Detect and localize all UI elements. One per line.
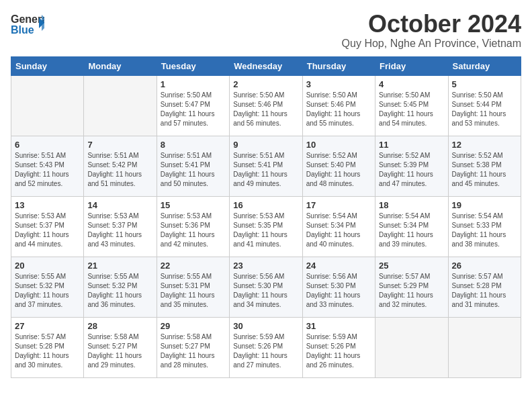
month-title: October 2024 xyxy=(342,11,521,38)
day-number: 9 xyxy=(233,140,298,150)
calendar-cell: 9Sunrise: 5:51 AMSunset: 5:41 PMDaylight… xyxy=(230,136,302,196)
svg-text:Blue: Blue xyxy=(11,24,34,36)
logo-icon: General Blue xyxy=(11,11,44,38)
day-info: Sunrise: 5:51 AMSunset: 5:41 PMDaylight:… xyxy=(161,151,226,189)
day-number: 29 xyxy=(161,321,226,331)
title-area: October 2024 Quy Hop, Nghe An Province, … xyxy=(342,11,521,50)
day-number: 19 xyxy=(452,200,517,210)
day-number: 13 xyxy=(15,200,80,210)
day-info: Sunrise: 5:55 AMSunset: 5:32 PMDaylight:… xyxy=(15,272,80,310)
calendar-cell: 8Sunrise: 5:51 AMSunset: 5:41 PMDaylight… xyxy=(157,136,229,196)
calendar-cell: 15Sunrise: 5:53 AMSunset: 5:36 PMDayligh… xyxy=(157,196,229,257)
svg-marker-3 xyxy=(42,15,44,31)
day-number: 11 xyxy=(379,140,444,150)
calendar-cell: 4Sunrise: 5:50 AMSunset: 5:45 PMDaylight… xyxy=(375,75,448,136)
day-info: Sunrise: 5:51 AMSunset: 5:43 PMDaylight:… xyxy=(15,151,80,189)
day-info: Sunrise: 5:53 AMSunset: 5:35 PMDaylight:… xyxy=(233,212,298,249)
calendar-cell: 10Sunrise: 5:52 AMSunset: 5:40 PMDayligh… xyxy=(302,136,375,196)
day-info: Sunrise: 5:59 AMSunset: 5:26 PMDaylight:… xyxy=(306,332,371,370)
day-info: Sunrise: 5:51 AMSunset: 5:42 PMDaylight:… xyxy=(87,151,152,189)
day-number: 4 xyxy=(379,79,444,89)
calendar-cell: 25Sunrise: 5:57 AMSunset: 5:29 PMDayligh… xyxy=(375,257,448,317)
day-number: 3 xyxy=(306,79,371,89)
day-info: Sunrise: 5:50 AMSunset: 5:46 PMDaylight:… xyxy=(233,91,298,128)
day-number: 25 xyxy=(379,261,444,271)
day-number: 10 xyxy=(306,140,371,150)
calendar-cell: 24Sunrise: 5:56 AMSunset: 5:30 PMDayligh… xyxy=(302,257,375,317)
day-info: Sunrise: 5:51 AMSunset: 5:41 PMDaylight:… xyxy=(233,151,298,189)
weekday-header-wednesday: Wednesday xyxy=(230,56,302,75)
calendar-cell: 31Sunrise: 5:59 AMSunset: 5:26 PMDayligh… xyxy=(302,317,375,377)
calendar-cell: 13Sunrise: 5:53 AMSunset: 5:37 PMDayligh… xyxy=(11,196,84,257)
day-info: Sunrise: 5:53 AMSunset: 5:37 PMDaylight:… xyxy=(87,212,152,249)
day-info: Sunrise: 5:53 AMSunset: 5:37 PMDaylight:… xyxy=(15,212,80,249)
weekday-header-saturday: Saturday xyxy=(448,56,521,75)
calendar-cell: 18Sunrise: 5:54 AMSunset: 5:34 PMDayligh… xyxy=(375,196,448,257)
day-number: 21 xyxy=(87,261,152,271)
calendar-cell: 7Sunrise: 5:51 AMSunset: 5:42 PMDaylight… xyxy=(84,136,157,196)
day-info: Sunrise: 5:56 AMSunset: 5:30 PMDaylight:… xyxy=(233,272,298,310)
calendar-cell: 22Sunrise: 5:55 AMSunset: 5:31 PMDayligh… xyxy=(157,257,229,317)
day-number: 24 xyxy=(306,261,371,271)
day-number: 14 xyxy=(87,200,152,210)
day-number: 15 xyxy=(161,200,226,210)
calendar-cell: 26Sunrise: 5:57 AMSunset: 5:28 PMDayligh… xyxy=(448,257,521,317)
day-number: 30 xyxy=(233,321,298,331)
day-info: Sunrise: 5:55 AMSunset: 5:32 PMDaylight:… xyxy=(87,272,152,310)
day-info: Sunrise: 5:58 AMSunset: 5:27 PMDaylight:… xyxy=(87,332,152,370)
day-info: Sunrise: 5:57 AMSunset: 5:28 PMDaylight:… xyxy=(15,332,80,370)
calendar-cell: 14Sunrise: 5:53 AMSunset: 5:37 PMDayligh… xyxy=(84,196,157,257)
calendar-cell: 21Sunrise: 5:55 AMSunset: 5:32 PMDayligh… xyxy=(84,257,157,317)
day-number: 12 xyxy=(452,140,517,150)
calendar-cell: 16Sunrise: 5:53 AMSunset: 5:35 PMDayligh… xyxy=(230,196,302,257)
calendar-cell: 11Sunrise: 5:52 AMSunset: 5:39 PMDayligh… xyxy=(375,136,448,196)
day-number: 28 xyxy=(87,321,152,331)
day-number: 20 xyxy=(15,261,80,271)
calendar-cell: 2Sunrise: 5:50 AMSunset: 5:46 PMDaylight… xyxy=(230,75,302,136)
day-info: Sunrise: 5:58 AMSunset: 5:27 PMDaylight:… xyxy=(161,332,226,370)
day-info: Sunrise: 5:50 AMSunset: 5:45 PMDaylight:… xyxy=(379,91,444,128)
weekday-header-tuesday: Tuesday xyxy=(157,56,229,75)
day-info: Sunrise: 5:59 AMSunset: 5:26 PMDaylight:… xyxy=(233,332,298,370)
calendar-cell: 20Sunrise: 5:55 AMSunset: 5:32 PMDayligh… xyxy=(11,257,84,317)
calendar-cell: 17Sunrise: 5:54 AMSunset: 5:34 PMDayligh… xyxy=(302,196,375,257)
page-header: General Blue October 2024 Quy Hop, Nghe … xyxy=(11,11,521,50)
day-number: 17 xyxy=(306,200,371,210)
day-number: 6 xyxy=(15,140,80,150)
day-info: Sunrise: 5:57 AMSunset: 5:28 PMDaylight:… xyxy=(452,272,517,310)
day-number: 27 xyxy=(15,321,80,331)
calendar-cell: 3Sunrise: 5:50 AMSunset: 5:46 PMDaylight… xyxy=(302,75,375,136)
day-info: Sunrise: 5:52 AMSunset: 5:38 PMDaylight:… xyxy=(452,151,517,189)
day-info: Sunrise: 5:52 AMSunset: 5:39 PMDaylight:… xyxy=(379,151,444,189)
day-info: Sunrise: 5:54 AMSunset: 5:34 PMDaylight:… xyxy=(379,212,444,249)
day-info: Sunrise: 5:50 AMSunset: 5:44 PMDaylight:… xyxy=(452,91,517,128)
calendar-cell xyxy=(375,317,448,377)
day-number: 23 xyxy=(233,261,298,271)
day-number: 18 xyxy=(379,200,444,210)
day-info: Sunrise: 5:56 AMSunset: 5:30 PMDaylight:… xyxy=(306,272,371,310)
weekday-header-thursday: Thursday xyxy=(302,56,375,75)
day-info: Sunrise: 5:53 AMSunset: 5:36 PMDaylight:… xyxy=(161,212,226,249)
day-number: 31 xyxy=(306,321,371,331)
calendar-cell: 28Sunrise: 5:58 AMSunset: 5:27 PMDayligh… xyxy=(84,317,157,377)
calendar-cell xyxy=(448,317,521,377)
calendar-cell: 5Sunrise: 5:50 AMSunset: 5:44 PMDaylight… xyxy=(448,75,521,136)
day-info: Sunrise: 5:55 AMSunset: 5:31 PMDaylight:… xyxy=(161,272,226,310)
day-info: Sunrise: 5:54 AMSunset: 5:33 PMDaylight:… xyxy=(452,212,517,249)
day-info: Sunrise: 5:52 AMSunset: 5:40 PMDaylight:… xyxy=(306,151,371,189)
weekday-header-friday: Friday xyxy=(375,56,448,75)
weekday-header-sunday: Sunday xyxy=(11,56,84,75)
day-info: Sunrise: 5:50 AMSunset: 5:47 PMDaylight:… xyxy=(161,91,226,128)
day-info: Sunrise: 5:57 AMSunset: 5:29 PMDaylight:… xyxy=(379,272,444,310)
calendar-cell: 29Sunrise: 5:58 AMSunset: 5:27 PMDayligh… xyxy=(157,317,229,377)
day-number: 5 xyxy=(452,79,517,89)
day-number: 2 xyxy=(233,79,298,89)
day-number: 26 xyxy=(452,261,517,271)
calendar-cell: 12Sunrise: 5:52 AMSunset: 5:38 PMDayligh… xyxy=(448,136,521,196)
logo: General Blue xyxy=(11,11,44,38)
calendar-cell: 19Sunrise: 5:54 AMSunset: 5:33 PMDayligh… xyxy=(448,196,521,257)
calendar-cell: 23Sunrise: 5:56 AMSunset: 5:30 PMDayligh… xyxy=(230,257,302,317)
weekday-header-monday: Monday xyxy=(84,56,157,75)
day-number: 8 xyxy=(161,140,226,150)
day-info: Sunrise: 5:54 AMSunset: 5:34 PMDaylight:… xyxy=(306,212,371,249)
